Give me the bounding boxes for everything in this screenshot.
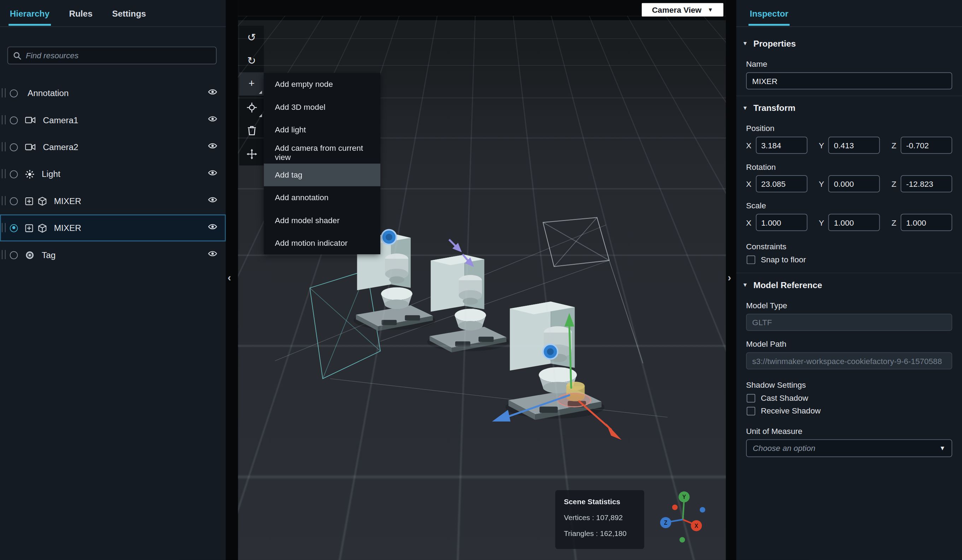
- cast-shadow-label: Cast Shadow: [761, 393, 808, 402]
- eye-icon[interactable]: [208, 196, 217, 203]
- scale-label: Scale: [746, 201, 952, 210]
- select-radio[interactable]: [10, 143, 18, 151]
- tree-item-mixer-1[interactable]: MIXER: [0, 187, 226, 214]
- search-input[interactable]: [26, 51, 211, 60]
- menu-item-add-annotation[interactable]: Add annotation: [264, 187, 380, 209]
- tree-item-camera1[interactable]: Camera1: [0, 107, 226, 134]
- receive-shadow-checkbox-row[interactable]: Receive Shadow: [747, 406, 952, 415]
- camera-view-dropdown[interactable]: Camera View ▼: [641, 2, 724, 17]
- menu-item-add-tag[interactable]: Add tag: [264, 164, 380, 186]
- rotation-y-input[interactable]: [828, 175, 880, 192]
- section-collapse-icon: ▼: [742, 282, 748, 288]
- menu-item-add-model-shader[interactable]: Add model shader: [264, 209, 380, 232]
- undo-button[interactable]: ↺: [239, 26, 264, 49]
- tree-item-camera2[interactable]: Camera2: [0, 134, 226, 160]
- app-window: Hierarchy Rules Settings Annotation: [0, 0, 962, 560]
- menu-item-add-empty-node[interactable]: Add empty node: [264, 73, 380, 95]
- target-tool-button[interactable]: [239, 96, 264, 119]
- x-axis-label: X: [746, 179, 751, 188]
- crosshair-icon: [246, 102, 257, 112]
- menu-item-add-3d-model[interactable]: Add 3D model: [264, 96, 380, 118]
- redo-button[interactable]: ↻: [239, 49, 264, 72]
- name-input[interactable]: [746, 72, 952, 90]
- redo-icon: ↻: [247, 55, 256, 67]
- position-y-input[interactable]: [828, 137, 880, 154]
- scale-y-input[interactable]: [828, 214, 880, 231]
- snap-to-floor-label: Snap to floor: [761, 255, 806, 264]
- select-radio[interactable]: [10, 116, 18, 124]
- gizmo-arrow-z[interactable]: [492, 410, 510, 422]
- eye-icon[interactable]: [208, 88, 217, 96]
- tab-rules[interactable]: Rules: [60, 0, 102, 26]
- tab-inspector[interactable]: Inspector: [736, 0, 802, 26]
- add-object-menu: Add empty node Add 3D model Add light Ad…: [264, 73, 380, 254]
- eye-icon[interactable]: [208, 115, 217, 122]
- drag-handle[interactable]: [2, 169, 5, 178]
- eye-icon[interactable]: [208, 142, 217, 150]
- z-axis-label: Z: [891, 179, 896, 188]
- select-radio[interactable]: [10, 251, 18, 259]
- drag-handle[interactable]: [2, 223, 5, 232]
- tree-item-label: Camera2: [43, 142, 79, 152]
- cast-shadow-checkbox-row[interactable]: Cast Shadow: [747, 393, 952, 402]
- menu-item-add-motion-indicator[interactable]: Add motion indicator: [264, 232, 380, 254]
- y-axis-label: Y: [819, 218, 824, 227]
- snap-to-floor-checkbox-row[interactable]: Snap to floor: [747, 255, 952, 264]
- inspector-tabs: Inspector: [736, 0, 962, 27]
- gizmo-arrow-x[interactable]: [606, 423, 621, 440]
- scene-statistics-title: Scene Statistics: [564, 497, 636, 506]
- unit-of-measure-select[interactable]: Choose an option ▼: [746, 439, 952, 457]
- drag-handle[interactable]: [2, 115, 5, 124]
- menu-item-add-light[interactable]: Add light: [264, 118, 380, 141]
- tree-item-mixer-2-selected[interactable]: MIXER: [0, 214, 226, 241]
- rotation-x-input[interactable]: [755, 175, 807, 192]
- tree-item-light[interactable]: Light: [0, 161, 226, 187]
- tag-widget-1[interactable]: [382, 230, 397, 245]
- cube-icon: [38, 223, 47, 232]
- scene-canvas[interactable]: Y X Z Camera View ▼ ↺ ↻ +: [238, 0, 726, 560]
- position-x-input[interactable]: [755, 137, 807, 154]
- menu-item-add-camera-from-current-view[interactable]: Add camera from current view: [264, 141, 380, 164]
- select-radio[interactable]: [10, 170, 18, 178]
- section-properties[interactable]: ▼ Properties: [736, 32, 962, 53]
- section-model-reference[interactable]: ▼ Model Reference: [736, 273, 962, 294]
- eye-icon[interactable]: [208, 169, 217, 177]
- expand-plus-icon[interactable]: [25, 197, 33, 205]
- drag-handle[interactable]: [2, 250, 5, 259]
- tag-widget-2[interactable]: [543, 344, 558, 359]
- cast-shadow-checkbox[interactable]: [747, 394, 755, 402]
- drag-handle[interactable]: [2, 88, 5, 97]
- drag-handle[interactable]: [2, 196, 5, 205]
- light-icon: [25, 169, 34, 179]
- rotation-z-input[interactable]: [901, 175, 952, 192]
- receive-shadow-checkbox[interactable]: [747, 406, 755, 415]
- expand-plus-icon[interactable]: [25, 224, 33, 232]
- select-placeholder: Choose an option: [753, 444, 815, 453]
- tree-item-annotation[interactable]: Annotation: [0, 80, 226, 107]
- shadow-settings-label: Shadow Settings: [746, 381, 952, 390]
- collapse-left-icon[interactable]: ‹: [228, 272, 231, 284]
- eye-icon[interactable]: [208, 223, 217, 230]
- add-object-button[interactable]: +: [239, 72, 264, 96]
- position-z-input[interactable]: [901, 137, 952, 154]
- eye-icon[interactable]: [208, 250, 217, 257]
- select-radio[interactable]: [10, 89, 18, 97]
- drag-handle[interactable]: [2, 142, 5, 151]
- mixer-model-2[interactable]: [427, 254, 509, 352]
- tab-hierarchy[interactable]: Hierarchy: [0, 0, 60, 26]
- delete-button[interactable]: [239, 119, 264, 142]
- sidebar-tabs: Hierarchy Rules Settings: [0, 0, 226, 27]
- snap-to-floor-checkbox[interactable]: [747, 255, 755, 264]
- collapse-right-icon[interactable]: ›: [728, 272, 731, 284]
- axis-triad[interactable]: Y X Z: [660, 491, 705, 543]
- section-transform[interactable]: ▼ Transform: [736, 96, 962, 117]
- move-tool-button[interactable]: [239, 142, 264, 166]
- scale-x-input[interactable]: [755, 214, 807, 231]
- chevron-down-icon: ▼: [939, 445, 945, 452]
- tree-item-tag[interactable]: Tag: [0, 241, 226, 268]
- tab-settings[interactable]: Settings: [102, 0, 155, 26]
- scale-z-input[interactable]: [901, 214, 952, 231]
- select-radio[interactable]: [10, 224, 18, 232]
- select-radio[interactable]: [10, 197, 18, 205]
- model-path-input: [746, 352, 952, 370]
